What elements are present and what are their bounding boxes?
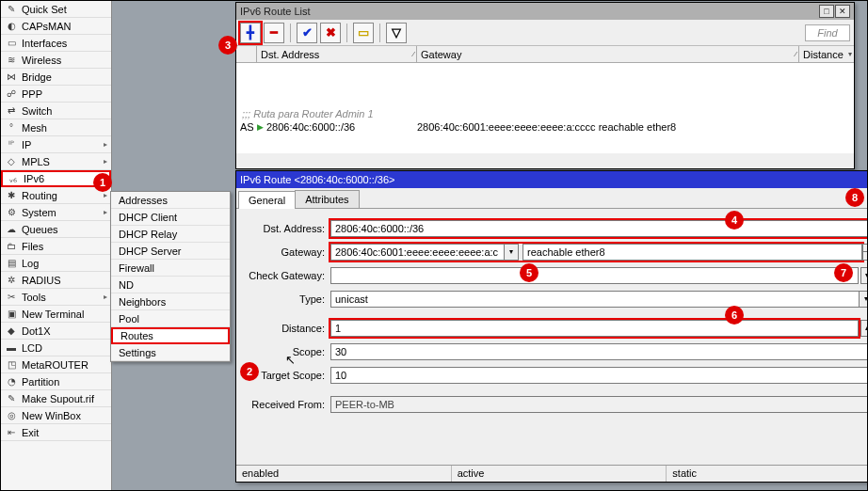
gateway-spinner[interactable]: ▴▾ — [862, 244, 868, 261]
sb-bridge[interactable]: ⋈Bridge — [1, 69, 111, 86]
sb-supout[interactable]: ✎Make Supout.rif — [1, 390, 111, 407]
distance-input[interactable] — [330, 320, 859, 337]
check-gateway-input[interactable] — [330, 267, 859, 284]
grid-header: Dst. Address∕ Gateway∕ Distance▾ — [236, 46, 854, 63]
label-scope: Scope: — [244, 346, 330, 357]
sb-queues[interactable]: ☁Queues — [1, 221, 111, 238]
chevron-right-icon: ▸ — [104, 140, 107, 149]
status-active: active — [452, 466, 667, 482]
badge-2: 2 — [240, 362, 259, 381]
sb-ip[interactable]: ᴵᴾIP▸ — [1, 136, 111, 153]
label-type: Type: — [244, 293, 330, 305]
chevron-up-icon[interactable]: ▴ — [860, 320, 868, 337]
col-dist[interactable]: Distance▾ — [799, 46, 854, 62]
sb-dot1x[interactable]: ◆Dot1X — [1, 323, 111, 340]
sb-wireless[interactable]: ≋Wireless — [1, 52, 111, 69]
gateway-via-input[interactable] — [522, 244, 862, 261]
sidebar: ✎Quick Set ◐CAPsMAN ▭Interfaces ≋Wireles… — [1, 1, 112, 490]
sb-ppp[interactable]: ☍PPP — [1, 86, 111, 103]
maximize-icon[interactable]: □ — [819, 5, 834, 18]
dst-cell: ▶2806:40c:6000::/36 — [257, 121, 417, 133]
route-grid[interactable]: ;;; Ruta para Router Admin 1 AS ▶2806:40… — [236, 63, 854, 153]
sb-radius[interactable]: ✲RADIUS — [1, 272, 111, 289]
sm-neighbors[interactable]: Neighbors — [111, 293, 230, 310]
sm-addresses[interactable]: Addresses — [111, 192, 230, 209]
sb-system[interactable]: ⚙System▸ — [1, 204, 111, 221]
badge-7: 7 — [834, 263, 853, 282]
separator — [290, 24, 291, 42]
sm-settings[interactable]: Settings — [111, 344, 230, 361]
sb-metarouter[interactable]: ◳MetaROUTER — [1, 356, 111, 373]
table-row[interactable]: AS ▶2806:40c:6000::/36 2806:40c:6001:eee… — [236, 119, 854, 135]
remove-button[interactable]: ━ — [264, 23, 284, 43]
label-chk: Check Gateway: — [244, 270, 330, 281]
col-gw[interactable]: Gateway∕ — [417, 46, 799, 62]
badge-6: 6 — [725, 306, 744, 325]
col-flag[interactable] — [236, 46, 257, 62]
sb-log[interactable]: ▤Log — [1, 255, 111, 272]
sb-interfaces[interactable]: ▭Interfaces — [1, 35, 111, 52]
sb-routing[interactable]: ✱Routing▸ — [1, 187, 111, 204]
sb-mesh[interactable]: °Mesh — [1, 119, 111, 136]
filter-button[interactable]: ▽ — [386, 23, 407, 43]
sb-switch[interactable]: ⇄Switch — [1, 103, 111, 119]
system-icon: ⚙ — [5, 206, 18, 219]
gw-cell: 2806:40c:6001:eeee:eeee:eeee:a:cccc reac… — [417, 121, 799, 133]
scope-input[interactable] — [330, 343, 868, 360]
badge-3: 3 — [218, 36, 237, 55]
gateway-input[interactable] — [330, 244, 504, 261]
sm-dhcp-client[interactable]: DHCP Client — [111, 209, 230, 226]
sb-quickset[interactable]: ✎Quick Set — [1, 1, 111, 18]
cap-icon: ◐ — [5, 20, 18, 33]
target-scope-input[interactable] — [330, 367, 868, 384]
comment-button[interactable]: ▭ — [353, 23, 374, 43]
wifi-icon: ≋ — [5, 54, 18, 67]
terminal-icon: ▣ — [5, 308, 18, 321]
sort-icon: ∕ — [796, 50, 796, 58]
sb-lcd[interactable]: ▬LCD — [1, 340, 111, 356]
chevron-down-icon[interactable]: ▾ — [860, 267, 868, 284]
sm-pool[interactable]: Pool — [111, 310, 230, 327]
sm-dhcp-server[interactable]: DHCP Server — [111, 243, 230, 260]
label-dist: Distance: — [244, 323, 330, 334]
sb-newterminal[interactable]: ▣New Terminal — [1, 306, 111, 323]
titlebar[interactable]: IPv6 Route <2806:40c:6000::/36> □ ✕ — [236, 171, 868, 188]
add-button[interactable]: ╋ — [240, 23, 261, 43]
find-input[interactable]: Find — [805, 24, 850, 41]
chevron-right-icon: ▸ — [104, 157, 107, 166]
window-route-list: IPv6 Route List □ ✕ ╋ ━ ✔ ✖ ▭ ▽ Find — [235, 2, 855, 169]
sb-exit[interactable]: ⇤Exit — [1, 424, 111, 441]
disable-button[interactable]: ✖ — [320, 23, 341, 43]
sb-files[interactable]: 🗀Files — [1, 238, 111, 255]
statusbar: enabled active static — [236, 465, 868, 482]
sort-icon: ∕ — [413, 50, 414, 58]
gateway-combo[interactable]: ▾ — [330, 244, 519, 261]
badge-4: 4 — [725, 211, 744, 230]
type-input[interactable] — [330, 291, 859, 308]
label-gw: Gateway: — [244, 246, 330, 258]
status-static: static — [667, 466, 868, 482]
sm-firewall[interactable]: Firewall — [111, 260, 230, 277]
titlebar[interactable]: IPv6 Route List □ ✕ — [236, 3, 854, 20]
queues-icon: ☁ — [5, 223, 18, 236]
sb-capsman[interactable]: ◐CAPsMAN — [1, 18, 111, 35]
tab-general[interactable]: General — [238, 191, 296, 209]
enable-button[interactable]: ✔ — [297, 23, 317, 43]
chevron-down-icon[interactable]: ▾ — [504, 244, 519, 261]
chevron-down-icon[interactable]: ▾ — [859, 291, 868, 308]
route-form: Dst. Address: Gateway: ▾ — [236, 209, 868, 465]
chevron-down-icon: ▾ — [848, 50, 852, 58]
sb-partition[interactable]: ◔Partition — [1, 373, 111, 390]
col-dst[interactable]: Dst. Address∕ — [257, 46, 417, 62]
dot1x-icon: ◆ — [5, 325, 18, 338]
sb-tools[interactable]: ✂Tools▸ — [1, 289, 111, 306]
close-icon[interactable]: ✕ — [835, 5, 850, 18]
sm-routes[interactable]: Routes — [111, 327, 230, 344]
sb-mpls[interactable]: ◇MPLS▸ — [1, 153, 111, 170]
dst-address-input[interactable] — [330, 220, 868, 237]
type-combo[interactable]: ▾ — [330, 291, 868, 308]
sm-nd[interactable]: ND — [111, 277, 230, 293]
tab-attributes[interactable]: Attributes — [295, 190, 359, 208]
sm-dhcp-relay[interactable]: DHCP Relay — [111, 226, 230, 243]
sb-newwinbox[interactable]: ◎New WinBox — [1, 407, 111, 424]
